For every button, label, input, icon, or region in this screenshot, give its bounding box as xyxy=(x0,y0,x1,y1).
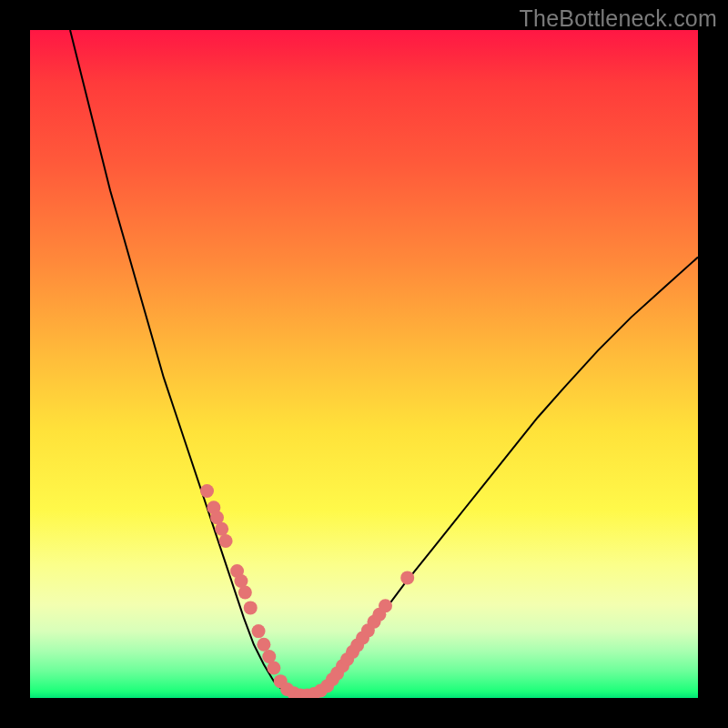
data-dot xyxy=(238,586,252,600)
curve-group xyxy=(70,30,698,697)
data-dot xyxy=(215,522,228,536)
chart-svg xyxy=(30,30,698,698)
data-dot xyxy=(267,661,280,674)
data-dot xyxy=(257,638,270,652)
data-dot xyxy=(244,601,258,614)
data-dot xyxy=(200,484,214,498)
watermark-label: TheBottleneck.com xyxy=(520,5,717,32)
data-dot xyxy=(379,599,392,612)
data-dot xyxy=(219,534,233,548)
chart-frame: TheBottleneck.com xyxy=(0,0,728,728)
bottleneck-curve xyxy=(70,30,698,697)
data-dot xyxy=(400,571,414,584)
dot-group xyxy=(200,484,414,698)
data-dot xyxy=(252,624,266,638)
plot-area xyxy=(30,30,698,698)
